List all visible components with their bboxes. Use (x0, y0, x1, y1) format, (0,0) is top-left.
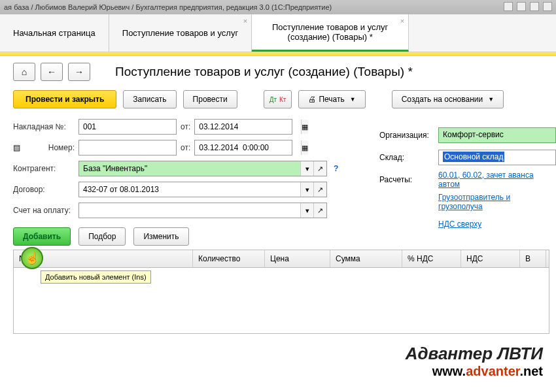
calendar-icon[interactable]: ▦ (301, 140, 308, 155)
title-icons (504, 0, 552, 14)
chevron-down-icon: ▼ (350, 96, 356, 103)
chevron-down-icon[interactable]: ▾ (300, 182, 313, 197)
close-icon[interactable]: × (243, 17, 247, 25)
open-icon[interactable]: ↗ (313, 203, 326, 218)
number-date-field[interactable]: ▦ (194, 140, 292, 155)
invoice-no-field[interactable] (78, 119, 177, 135)
tab-receipt-create[interactable]: Поступление товаров и услуг (создание) (… (252, 14, 409, 52)
watermark-line1: Адвантер ЛВТИ (406, 344, 543, 364)
printer-icon: 🖨 (308, 95, 316, 104)
tab-label: Поступление товаров и услуг (создание) (… (265, 22, 395, 42)
col-qty[interactable]: Количество (193, 250, 265, 267)
tab-label: Начальная страница (13, 28, 96, 38)
save-button[interactable]: Записать (123, 90, 176, 108)
back-button[interactable]: ← (41, 63, 63, 81)
org-field[interactable]: Комфорт-сервис (438, 127, 556, 143)
add-button[interactable]: Добавить (13, 227, 71, 246)
calendar-icon[interactable]: ▦ (301, 120, 308, 134)
list-icon[interactable]: ▤ (13, 143, 29, 152)
window-title: ая база / Любимов Валерий Юрьевич / Бухг… (4, 0, 332, 14)
edit-button[interactable]: Изменить (133, 227, 188, 246)
from-label-2: от: (181, 143, 190, 152)
post-button[interactable]: Провести (183, 90, 237, 108)
col-vat[interactable]: НДС (461, 250, 520, 267)
tab-receipts[interactable]: Поступление товаров и услуг × (109, 14, 252, 52)
pick-button[interactable]: Подбор (78, 227, 126, 246)
number-field[interactable] (78, 140, 177, 155)
tabs-row: Начальная страница Поступление товаров и… (0, 14, 556, 52)
chevron-down-icon[interactable]: ▾ (300, 203, 313, 218)
col-name[interactable] (36, 250, 193, 267)
number-label: Номер: (33, 143, 75, 152)
items-table: N Количество Цена Сумма % НДС НДС В (13, 250, 549, 334)
post-and-close-button[interactable]: Провести и закрыть (13, 90, 116, 108)
warehouse-field[interactable]: Основной склад (438, 150, 556, 165)
open-icon[interactable]: ↗ (313, 182, 326, 197)
chevron-down-icon: ▼ (488, 96, 494, 103)
close-icon[interactable]: × (400, 17, 404, 25)
watermark-line2: www.advanter.net (406, 364, 543, 379)
tab-start-page[interactable]: Начальная страница (0, 14, 109, 52)
page-title: Поступление товаров и услуг (создание) (… (115, 65, 413, 79)
counterparty-field[interactable]: ▾ ↗ (78, 161, 327, 176)
invoice-no-label: Накладная №: (13, 122, 75, 131)
print-button[interactable]: 🖨Печать▼ (298, 90, 365, 108)
tab-label: Поступление товаров и услуг (122, 28, 238, 38)
title-icon-4[interactable] (543, 2, 552, 11)
cursor-hand-icon: ☝ (21, 247, 43, 269)
col-vat-pct[interactable]: % НДС (402, 250, 461, 267)
settlements-label: Расчеты: (379, 175, 438, 184)
col-v[interactable]: В (520, 250, 546, 267)
create-based-button[interactable]: Создать на основании▼ (392, 90, 504, 108)
add-tooltip: Добавить новый элемент (Ins) (41, 270, 151, 284)
watermark: Адвантер ЛВТИ www.advanter.net (406, 344, 543, 379)
vat-link[interactable]: НДС сверху (438, 220, 556, 229)
help-icon[interactable]: ? (334, 164, 338, 173)
table-header: N Количество Цена Сумма % НДС НДС В (14, 250, 549, 268)
home-button[interactable]: ⌂ (13, 63, 35, 81)
shipper-link[interactable]: Грузоотправитель и грузополуча (438, 193, 556, 211)
chevron-down-icon[interactable]: ▾ (300, 161, 313, 176)
col-sum[interactable]: Сумма (330, 250, 402, 267)
invoice-pay-label: Счет на оплату: (13, 206, 75, 215)
col-price[interactable]: Цена (265, 250, 330, 267)
window-titlebar: ая база / Любимов Валерий Юрьевич / Бухг… (0, 0, 556, 14)
settlements-link[interactable]: 60.01, 60.02, зачет аванса автом (438, 171, 556, 189)
forward-button[interactable]: → (68, 63, 90, 81)
counterparty-label: Контрагент: (13, 164, 75, 173)
contract-label: Договор: (13, 185, 75, 194)
warehouse-label: Склад: (379, 153, 438, 162)
title-icon-2[interactable] (517, 2, 526, 11)
title-icon-3[interactable] (530, 2, 539, 11)
dtkt-button[interactable]: ДтКт (264, 90, 292, 108)
invoice-date-field[interactable]: ▦ (194, 119, 292, 135)
from-label: от: (181, 122, 190, 131)
invoice-pay-field[interactable]: ▾ ↗ (78, 203, 327, 218)
contract-field[interactable]: ▾ ↗ (78, 182, 327, 197)
title-icon-1[interactable] (504, 2, 513, 11)
org-label: Организация: (379, 131, 438, 140)
open-icon[interactable]: ↗ (313, 161, 326, 176)
